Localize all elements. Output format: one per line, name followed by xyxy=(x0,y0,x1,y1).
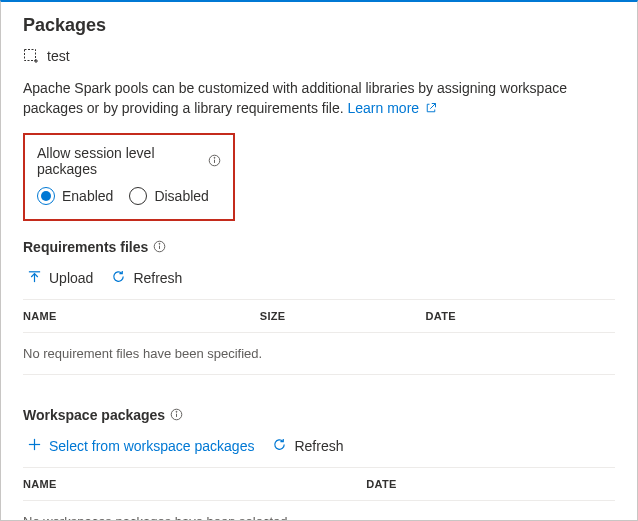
requirements-title: Requirements files xyxy=(23,239,615,255)
pool-identifier: test xyxy=(23,48,615,64)
learn-more-link[interactable]: Learn more xyxy=(348,100,437,116)
select-from-workspace-button[interactable]: Select from workspace packages xyxy=(27,437,254,455)
workspace-section: Workspace packages Select from workspace… xyxy=(23,407,615,521)
workspace-title-text: Workspace packages xyxy=(23,407,165,423)
allow-session-level-label: Allow session level packages xyxy=(37,145,221,177)
learn-more-label: Learn more xyxy=(348,100,420,116)
radio-enabled-label: Enabled xyxy=(62,188,113,204)
refresh-label: Refresh xyxy=(133,270,182,286)
upload-icon xyxy=(27,269,42,287)
svg-point-5 xyxy=(214,157,215,158)
session-packages-label-text: Allow session level packages xyxy=(37,145,203,177)
upload-label: Upload xyxy=(49,270,93,286)
svg-point-8 xyxy=(159,243,160,244)
column-date[interactable]: DATE xyxy=(426,310,615,322)
upload-button[interactable]: Upload xyxy=(27,269,93,287)
column-date[interactable]: DATE xyxy=(366,478,615,490)
info-icon[interactable] xyxy=(170,408,183,421)
refresh-icon xyxy=(272,437,287,455)
requirements-table-header: NAME SIZE DATE xyxy=(23,299,615,333)
workspace-title: Workspace packages xyxy=(23,407,615,423)
spark-pool-icon xyxy=(23,48,39,64)
radio-disabled[interactable]: Disabled xyxy=(129,187,208,205)
column-name[interactable]: NAME xyxy=(23,478,366,490)
workspace-table-header: NAME DATE xyxy=(23,467,615,501)
radio-enabled[interactable]: Enabled xyxy=(37,187,113,205)
refresh-button[interactable]: Refresh xyxy=(111,269,182,287)
radio-circle-icon xyxy=(129,187,147,205)
page-title: Packages xyxy=(23,15,615,36)
description-text: Apache Spark pools can be customized wit… xyxy=(23,78,615,119)
requirements-section: Requirements files Upload Refresh xyxy=(23,239,615,375)
session-packages-radio-group: Enabled Disabled xyxy=(37,187,221,205)
requirements-empty-message: No requirement files have been specified… xyxy=(23,333,615,375)
description-body: Apache Spark pools can be customized wit… xyxy=(23,80,567,116)
plus-icon xyxy=(27,437,42,455)
column-name[interactable]: NAME xyxy=(23,310,260,322)
info-icon[interactable] xyxy=(153,240,166,253)
refresh-icon xyxy=(111,269,126,287)
requirements-toolbar: Upload Refresh xyxy=(23,269,615,287)
refresh-label: Refresh xyxy=(294,438,343,454)
allow-session-level-highlight: Allow session level packages Enabled Dis… xyxy=(23,133,235,221)
select-from-workspace-label: Select from workspace packages xyxy=(49,438,254,454)
pool-name: test xyxy=(47,48,70,64)
workspace-toolbar: Select from workspace packages Refresh xyxy=(23,437,615,455)
svg-rect-0 xyxy=(25,50,36,61)
radio-disabled-label: Disabled xyxy=(154,188,208,204)
radio-circle-icon xyxy=(37,187,55,205)
requirements-title-text: Requirements files xyxy=(23,239,148,255)
column-size[interactable]: SIZE xyxy=(260,310,426,322)
svg-point-13 xyxy=(176,411,177,412)
refresh-button[interactable]: Refresh xyxy=(272,437,343,455)
info-icon[interactable] xyxy=(208,154,221,167)
workspace-empty-message: No workspaces packages have been selecte… xyxy=(23,501,615,521)
